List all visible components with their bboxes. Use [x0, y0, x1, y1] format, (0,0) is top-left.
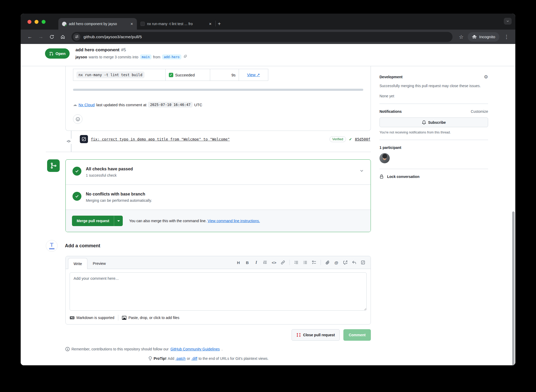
- success-check-icon: ✓: [169, 73, 173, 77]
- nx-cloud-comment-card: nx run-many -t lint test build ✓ Succeed…: [65, 66, 371, 131]
- site-info-icon[interactable]: [73, 33, 80, 41]
- quote-icon[interactable]: [261, 259, 269, 266]
- copy-branch-icon[interactable]: [184, 55, 188, 59]
- slash-commands-icon[interactable]: [359, 259, 367, 266]
- merge-status-box: All checks have passed 1 successful chec…: [65, 159, 371, 232]
- customize-link[interactable]: Customize: [471, 109, 488, 114]
- new-tab-button[interactable]: +: [216, 21, 225, 30]
- diff-link[interactable]: .diff: [191, 356, 197, 361]
- maximize-window-button[interactable]: [42, 20, 46, 24]
- pr-state-label: Open: [55, 51, 65, 56]
- development-description: Successfully merging this pull request m…: [379, 83, 488, 89]
- italic-icon[interactable]: I: [252, 259, 260, 266]
- guidelines-text: Remember, contributions to this reposito…: [71, 347, 169, 351]
- comment-divider: [73, 89, 363, 91]
- verified-badge[interactable]: Verified: [330, 136, 346, 142]
- commit-author-avatar[interactable]: [80, 135, 88, 143]
- subscribe-button[interactable]: Subscribe: [379, 117, 488, 127]
- mention-icon[interactable]: @: [332, 259, 340, 266]
- ordered-list-icon[interactable]: [292, 259, 300, 266]
- tab-preview[interactable]: Preview: [87, 258, 111, 269]
- comment-form-body: [66, 269, 371, 314]
- github-page: Open add hero component#5 jaysoo wants t…: [21, 44, 515, 365]
- close-pull-request-button[interactable]: Close pull request: [292, 329, 340, 341]
- chevron-down-icon[interactable]: [360, 169, 364, 173]
- merge-options-dropdown[interactable]: [114, 216, 123, 226]
- gear-icon[interactable]: ⚙: [484, 74, 488, 80]
- page-scrollbar[interactable]: [512, 211, 515, 365]
- browser-titlebar: add hero component by jayso ✕ nx run-man…: [21, 14, 515, 30]
- heading-icon[interactable]: H: [234, 259, 242, 266]
- development-none-yet: None yet: [379, 94, 488, 98]
- check-command: nx run-many -t lint test build: [76, 71, 144, 78]
- markdown-supported[interactable]: Markdown is supported: [70, 316, 114, 320]
- comment-form: Write Preview H B I <>: [65, 256, 371, 324]
- checks-passed-title: All checks have passed: [86, 167, 133, 171]
- commit-message-link[interactable]: fix: correct typo in demo app title from…: [91, 137, 230, 141]
- merge-box-footer: Merge pull request You can also merge th…: [66, 210, 371, 232]
- community-guidelines-link[interactable]: GitHub Community Guidelines: [170, 347, 220, 351]
- patch-link[interactable]: .patch: [176, 356, 186, 361]
- close-window-button[interactable]: [27, 20, 31, 24]
- bold-icon[interactable]: B: [243, 259, 251, 266]
- tab-search-button[interactable]: [504, 18, 512, 25]
- smiley-icon: [76, 117, 80, 121]
- reload-icon[interactable]: [47, 32, 56, 41]
- nx-note-text: last updated this comment at: [96, 103, 147, 107]
- forward-icon[interactable]: →: [36, 32, 45, 41]
- cli-instructions-link[interactable]: View command line instructions.: [208, 219, 260, 223]
- merge-pull-request-button[interactable]: Merge pull request: [72, 216, 114, 226]
- code-icon[interactable]: <>: [270, 259, 278, 266]
- comment-form-header: Write Preview H B I <>: [66, 256, 371, 269]
- bell-icon: [422, 120, 426, 125]
- notifications-title: Notifications: [379, 109, 402, 114]
- link-icon[interactable]: [279, 259, 287, 266]
- tab-check-run[interactable]: nx run-many -t lint test ... fro ✕: [137, 18, 215, 30]
- address-bar[interactable]: github.com/jaysoo3/acme/pull/5: [71, 32, 453, 42]
- participant-avatar[interactable]: [379, 153, 390, 163]
- markdown-toolbar: H B I <>: [234, 259, 371, 269]
- tab-pull-request[interactable]: add hero component by jayso ✕: [58, 18, 137, 30]
- unordered-list-icon[interactable]: [301, 259, 309, 266]
- close-tab-icon[interactable]: ✕: [130, 22, 133, 26]
- commit-sha-link[interactable]: 85d500f: [355, 137, 370, 141]
- tab-favicon-icon: [141, 22, 145, 26]
- pull-request-icon: [49, 52, 53, 56]
- minimize-window-button[interactable]: [35, 20, 38, 24]
- protip-label: ProTip!: [154, 356, 166, 361]
- git-merge-icon: [47, 159, 60, 172]
- browser-menu-icon[interactable]: ⋮: [501, 34, 511, 40]
- pr-header: Open add hero component#5 jaysoo wants t…: [21, 44, 515, 66]
- browser-toolbar: ← → github.com/jaysoo3/acme/pull/5 ☆ Inc…: [21, 30, 515, 44]
- comment-textarea[interactable]: [70, 272, 367, 311]
- image-icon: [122, 316, 126, 320]
- tab-write[interactable]: Write: [68, 258, 87, 269]
- pr-number: #5: [121, 47, 126, 52]
- lock-conversation[interactable]: Lock conversation: [379, 175, 488, 179]
- task-list-icon[interactable]: [310, 259, 318, 266]
- reply-icon[interactable]: [350, 259, 358, 266]
- head-branch-label[interactable]: add-hero: [162, 54, 181, 59]
- base-branch-label[interactable]: main: [140, 54, 152, 59]
- home-icon[interactable]: [58, 32, 67, 41]
- pr-sidebar: Development ⚙ Successfully merging this …: [379, 66, 488, 361]
- nx-cloud-link[interactable]: Nx Cloud: [79, 103, 95, 107]
- view-check-link[interactable]: View ↗: [247, 72, 260, 77]
- paste-drop-files[interactable]: Paste, drop, or click to add files: [122, 316, 180, 320]
- nx-note-timezone: UTC: [194, 103, 202, 107]
- pr-author[interactable]: jaysoo: [75, 55, 87, 59]
- pr-merge-text: wants to merge 3 commits into: [89, 55, 138, 59]
- cross-reference-icon[interactable]: [341, 259, 349, 266]
- markdown-icon: [70, 316, 74, 320]
- browser-window: add hero component by jayso ✕ nx run-man…: [21, 14, 515, 365]
- comment-submit-button[interactable]: Comment: [343, 329, 371, 341]
- attach-file-icon[interactable]: [323, 259, 331, 266]
- development-title: Development: [379, 75, 403, 79]
- from-word: from: [153, 55, 160, 59]
- close-tab-icon[interactable]: ✕: [209, 22, 212, 26]
- add-reaction-button[interactable]: [73, 114, 82, 124]
- bookmark-star-icon[interactable]: ☆: [457, 34, 466, 40]
- tab-title: add hero component by jayso: [69, 22, 128, 26]
- tab-title: nx run-many -t lint test ... fro: [147, 22, 206, 26]
- back-icon[interactable]: ←: [25, 32, 34, 41]
